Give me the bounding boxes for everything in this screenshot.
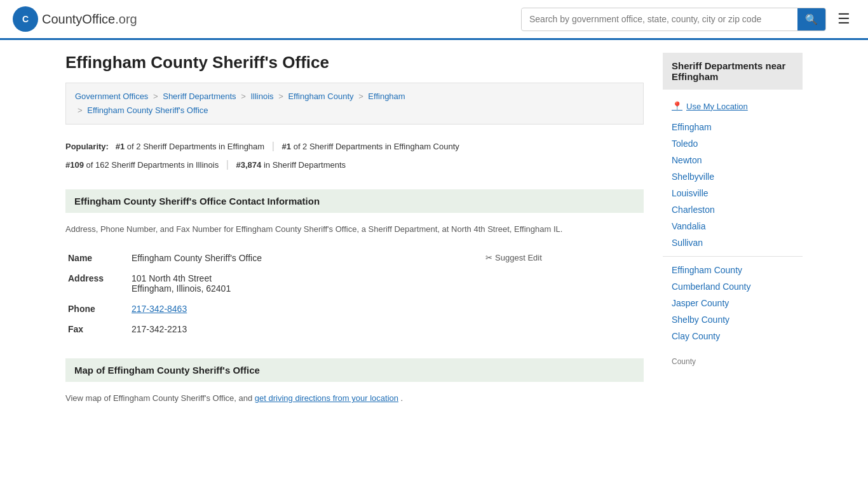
list-item: Cumberland County [672,278,794,295]
fax-value: 217-342-2213 [129,319,483,339]
breadcrumb-sep-3: > [278,92,283,101]
svg-text:C: C [22,14,29,24]
pop-rank-4: #3,874 [236,160,262,170]
edit-icon: ✂ [485,253,492,262]
county-label: County [663,355,803,367]
sidebar-county-links: Effingham County Cumberland County Jaspe… [663,262,803,344]
breadcrumb-gov-offices[interactable]: Government Offices [75,92,148,101]
logo: C CountyOffice.org [13,6,137,32]
name-value: Effingham County Sheriff's Office [129,248,483,268]
map-section-header: Map of Effingham County Sheriff's Office [65,358,644,382]
list-item: Jasper County [672,295,794,311]
name-label: Name [65,248,129,268]
sidebar-divider [663,256,803,257]
map-section: Map of Effingham County Sheriff's Office… [65,358,644,405]
breadcrumb-illinois[interactable]: Illinois [250,92,273,101]
popularity-label: Popularity: [65,142,109,151]
sidebar-link-vandalia[interactable]: Vandalia [672,221,794,231]
header-right: 🔍 ☰ [521,8,855,31]
breadcrumb-sep-1: > [153,92,158,101]
phone-label: Phone [65,299,129,319]
sidebar-link-cumberland-county[interactable]: Cumberland County [672,281,794,292]
suggest-edit-link[interactable]: ✂ Suggest Edit [485,253,641,262]
sidebar-link-effingham[interactable]: Effingham [672,122,794,132]
breadcrumb-sheriff-depts[interactable]: Sheriff Departments [163,92,236,101]
sidebar-link-jasper-county[interactable]: Jasper County [672,298,794,308]
list-item: Shelbyville [672,168,794,185]
contact-section-header: Effingham County Sheriff's Office Contac… [65,189,644,213]
map-directions-link[interactable]: get driving directions from your locatio… [255,393,398,403]
contact-description: Address, Phone Number, and Fax Number fo… [65,223,644,236]
pop-item-3: #109 of 162 Sheriff Departments in Illin… [65,160,221,170]
sidebar-link-newton[interactable]: Newton [672,155,794,165]
list-item: Toledo [672,135,794,152]
pop-item-2: #1 of 2 Sheriff Departments in Effingham… [282,142,459,151]
sidebar-link-louisville[interactable]: Louisville [672,188,794,198]
sidebar-city-links: Effingham Toledo Newton Shelbyville Loui… [663,119,803,251]
pop-desc-3: of 162 Sheriff Departments in Illinois [86,160,219,170]
list-item: Newton [672,152,794,168]
address-lines: 101 North 4th Street Effingham, Illinois… [129,268,483,299]
pop-rank-2: #1 [282,142,291,151]
pop-desc-2: of 2 Sheriff Departments in Effingham Co… [294,142,459,151]
suggest-edit-cell: ✂ Suggest Edit [483,248,644,339]
pop-rank-3: #109 [65,160,84,170]
sidebar-link-charleston[interactable]: Charleston [672,205,794,215]
list-item: Clay County [672,328,794,344]
sidebar-link-effingham-county[interactable]: Effingham County [672,265,794,275]
sidebar-link-sullivan[interactable]: Sullivan [672,238,794,248]
sidebar-link-shelby-county[interactable]: Shelby County [672,315,794,325]
breadcrumb-sep-5: > [78,105,83,115]
list-item: Vandalia [672,218,794,234]
menu-button[interactable]: ☰ [832,8,855,30]
list-item: Louisville [672,185,794,201]
list-item: Effingham County [672,262,794,278]
logo-icon: C [13,6,38,32]
sidebar-link-shelbyville[interactable]: Shelbyville [672,172,794,182]
breadcrumb-current[interactable]: Effingham County Sheriff's Office [87,105,208,115]
map-description: View map of Effingham County Sheriff's O… [65,392,644,405]
contact-table: Name Effingham County Sheriff's Office ✂… [65,248,644,339]
phone-value: 217-342-8463 [129,299,483,319]
pop-item-4: #3,874 in Sheriff Departments [236,160,346,170]
address-line1: 101 North 4th Street [132,273,212,283]
fax-label: Fax [65,319,129,339]
table-row-name: Name Effingham County Sheriff's Office ✂… [65,248,644,268]
phone-link[interactable]: 217-342-8463 [132,304,187,314]
popularity-section: Popularity: #1 of 2 Sheriff Departments … [65,137,644,174]
sidebar-link-clay-county[interactable]: Clay County [672,331,794,341]
sidebar-link-toledo[interactable]: Toledo [672,139,794,149]
list-item: Charleston [672,201,794,218]
address-label: Address [65,268,129,299]
breadcrumb-effingham[interactable]: Effingham [368,92,405,101]
use-my-location[interactable]: 📍 Use My Location [663,97,803,119]
suggest-edit-label: Suggest Edit [495,253,542,262]
main-container: Effingham County Sheriff's Office Govern… [53,40,815,417]
pop-item-1: #1 of 2 Sheriff Departments in Effingham [116,142,267,151]
pop-sep-2: | [226,159,229,170]
pop-sep-1: | [272,140,275,151]
list-item: Effingham [672,119,794,135]
address-line2: Effingham, Illinois, 62401 [132,283,231,294]
sidebar-header: Sheriff Departments near Effingham [663,53,803,90]
pop-desc-4: in Sheriff Departments [264,160,346,170]
use-location-label: Use My Location [686,102,748,111]
pop-rank-1: #1 [116,142,125,151]
map-desc-part1: View map of Effingham County Sheriff's O… [65,393,252,403]
search-button[interactable]: 🔍 [797,8,825,30]
sidebar: Sheriff Departments near Effingham 📍 Use… [663,53,803,405]
content-area: Effingham County Sheriff's Office Govern… [65,53,644,405]
list-item: Shelby County [672,311,794,328]
breadcrumb: Government Offices > Sheriff Departments… [65,83,644,125]
breadcrumb-sep-2: > [241,92,246,101]
map-desc-part2: . [401,393,403,403]
pop-desc-1: of 2 Sheriff Departments in Effingham [127,142,264,151]
page-title: Effingham County Sheriff's Office [65,53,644,72]
logo-text: CountyOffice.org [42,12,137,27]
location-pin-icon: 📍 [672,101,682,111]
breadcrumb-effingham-county[interactable]: Effingham County [288,92,353,101]
breadcrumb-sep-4: > [358,92,363,101]
search-input[interactable] [522,9,797,29]
list-item: Sullivan [672,234,794,251]
header: C CountyOffice.org 🔍 ☰ [0,0,868,40]
